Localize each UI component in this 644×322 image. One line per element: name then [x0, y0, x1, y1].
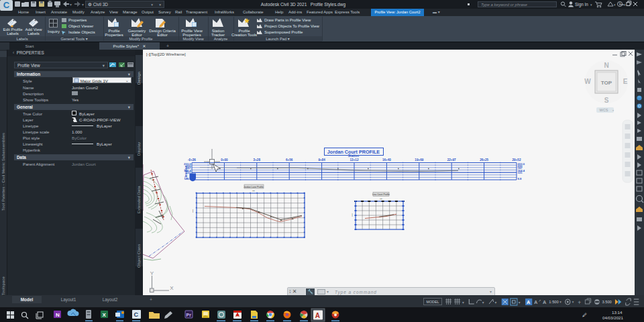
svg-text:▾: ▾: [559, 300, 561, 304]
svg-text:26+25: 26+25: [480, 158, 488, 162]
svg-text:▾: ▾: [494, 301, 496, 305]
svg-text:C: C: [134, 311, 139, 318]
svg-text:▾: ▾: [614, 3, 616, 7]
svg-text:N: N: [604, 62, 608, 69]
svg-text:▾: ▾: [70, 3, 72, 7]
svg-text:-0+36: -0+36: [188, 158, 196, 162]
svg-text:N: N: [56, 312, 60, 318]
svg-text:▾: ▾: [624, 3, 626, 7]
svg-text:Lisa Court Profile: Lisa Court Profile: [372, 193, 390, 196]
svg-text:|: |: [352, 213, 352, 217]
svg-text:6+56: 6+56: [286, 158, 293, 162]
svg-text:04/03/2021: 04/03/2021: [602, 315, 624, 320]
svg-text:A: A: [534, 299, 538, 305]
svg-text:29+52: 29+52: [513, 158, 521, 162]
svg-text:•••: •••: [380, 198, 382, 201]
svg-text:Elevation: Elevation: [184, 165, 188, 179]
svg-text:9+84: 9+84: [318, 158, 325, 162]
svg-text:▾: ▾: [612, 109, 614, 112]
svg-text:▾: ▾: [590, 3, 592, 7]
svg-text:•••: •••: [252, 190, 255, 193]
svg-text:Sign In: Sign In: [575, 2, 588, 7]
svg-text:A: A: [527, 299, 531, 305]
svg-text:Station: Station: [348, 154, 359, 158]
svg-text:↗: ↗: [539, 299, 541, 303]
svg-text:WCS: WCS: [600, 108, 608, 112]
svg-text:TOP: TOP: [601, 80, 612, 86]
svg-text:13:14: 13:14: [612, 310, 623, 315]
svg-text:22+97: 22+97: [447, 158, 456, 162]
svg-text:🖉: 🖉: [582, 313, 587, 317]
svg-text:▾: ▾: [519, 301, 521, 305]
svg-text:Pr: Pr: [186, 313, 192, 317]
svg-text:X: X: [170, 285, 174, 291]
svg-text:Y: Y: [150, 270, 154, 276]
svg-text:13+12: 13+12: [350, 158, 359, 162]
svg-text:[-][Top][2D Wireframe]: [-][Top][2D Wireframe]: [146, 52, 186, 56]
svg-text:3.500: 3.500: [602, 300, 612, 304]
svg-text:19+69: 19+69: [415, 158, 423, 162]
svg-text:9.8: 9.8: [518, 177, 522, 180]
svg-text:W: W: [584, 78, 591, 85]
svg-text:3+28: 3+28: [254, 158, 261, 162]
svg-text:1:500: 1:500: [549, 300, 559, 304]
svg-text:?: ?: [619, 2, 621, 6]
svg-text:Jordan Lane Profile: Jordan Lane Profile: [244, 186, 264, 189]
svg-text:131: 131: [518, 171, 523, 174]
svg-text:S: S: [604, 97, 609, 104]
svg-text:▾: ▾: [462, 301, 464, 305]
svg-text:E: E: [623, 78, 628, 85]
svg-text:A: A: [315, 312, 320, 319]
svg-text:▾: ▾: [82, 3, 84, 7]
svg-text:+: +: [578, 299, 581, 306]
svg-text:X: X: [103, 312, 107, 318]
svg-text:▾: ▾: [482, 301, 484, 305]
svg-text:▾: ▾: [572, 300, 574, 304]
svg-text:A: A: [543, 299, 547, 305]
svg-text:16+40: 16+40: [382, 158, 391, 162]
svg-text:|: |: [193, 209, 193, 213]
svg-text:0+00: 0+00: [221, 158, 228, 162]
